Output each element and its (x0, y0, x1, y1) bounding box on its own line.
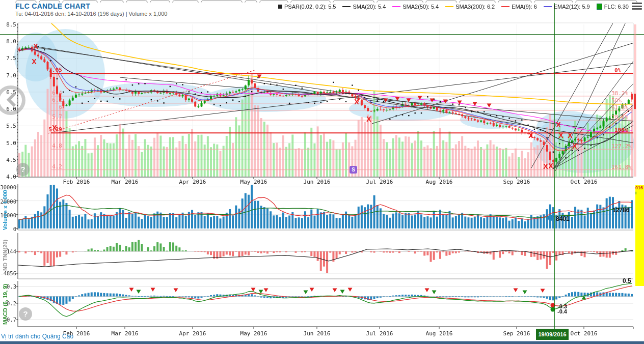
legend-square-swatch (597, 4, 602, 10)
legend-label: SMA2(50): 5.4 (403, 4, 439, 10)
month-label: Jul 2016 (366, 179, 393, 185)
month-label: Aug 2016 (426, 179, 453, 185)
signal-x-marker: X (572, 142, 577, 150)
signal-x-marker: X (366, 115, 371, 123)
legend-item[interactable]: SMA(20): 5.4 (342, 4, 386, 10)
signal-x-marker: X (548, 162, 553, 170)
chart-application: FLC CANDLE CHART Tu: 04-01-2016 den: 14-… (0, 0, 644, 344)
main-ytick: 8.0 (1, 38, 16, 45)
fib-price-label: 6 (45, 104, 62, 110)
legend-label: EMA(9): 6 (512, 4, 537, 10)
labels-layer: 8.58.07.57.06.56.05.55.04.54.03000020000… (0, 0, 644, 344)
help-icon-macd[interactable]: ? (19, 307, 32, 321)
legend-item[interactable]: EMA(9): 6 (501, 4, 537, 10)
legend-item[interactable]: EMA2(12): 5.9 (544, 4, 590, 10)
main-ytick: 4.5 (1, 157, 16, 163)
month-label-bottom: Apr 2016 (179, 330, 206, 337)
ad-banner[interactable]: 016 i (635, 185, 644, 286)
macd-axis-label: MACD (6, 19, 9) (2, 284, 8, 325)
month-label-bottom: Mar 2016 (112, 330, 139, 337)
signal-x-marker: X (52, 124, 57, 132)
legend-line-swatch (445, 6, 453, 7)
month-label: Jun 2016 (304, 179, 331, 185)
main-ytick: 4.0 (1, 174, 16, 180)
main-ytick: 8.5 (1, 21, 16, 28)
fib-price-label: 5.7 (45, 113, 62, 120)
signal-x-marker: X (354, 98, 359, 106)
macd-end-value: 0.5 (623, 277, 631, 284)
signal-x-marker: X (543, 162, 548, 170)
fib-price-label: 6.2 (45, 97, 62, 103)
signal-x-marker: X (33, 42, 38, 50)
ad-banner-text: 016 (635, 185, 644, 190)
menu-icon[interactable] (632, 3, 642, 11)
month-label: Mar 2016 (112, 179, 139, 185)
ndtnn-ytick: -4856 (0, 270, 16, 276)
event-date-label: 19/09/2016 (536, 329, 569, 340)
fib-price-label: 4.8 (45, 142, 62, 149)
main-ytick: 7.5 (1, 55, 16, 62)
signal-x-marker: X (568, 131, 572, 139)
fib-percent-label: 127.2% (611, 143, 632, 150)
ad-banner-text2: i (635, 190, 644, 195)
ad-placeholder-link[interactable]: Vị trí dành cho Quảng Cáo (1, 333, 73, 340)
month-label-bottom: Aug 2016 (426, 330, 453, 337)
fib-percent-label: 78.6% (611, 114, 628, 121)
fib-percent-label: 38.2% (611, 90, 628, 97)
legend-item[interactable]: SMA2(50): 5.4 (392, 4, 439, 10)
month-label-bottom: Sep 2016 (503, 330, 530, 337)
legend-line-swatch (342, 6, 351, 7)
fib-percent-label: 161.8% (611, 164, 632, 170)
legend-label: SMA3(200): 6.2 (455, 4, 495, 10)
legend-label: SMA(20): 5.4 (353, 4, 386, 10)
main-ytick: 5.5 (1, 123, 16, 129)
month-label: Sep 2016 (503, 179, 530, 185)
fib-percent-label: 100% (614, 127, 628, 133)
month-label-bottom: May 2016 (240, 330, 267, 337)
legend-label: FLC: 6.30 (604, 4, 629, 10)
fib-percent-label: 50% (611, 97, 622, 104)
macd-line-dot-value: -0.4 (557, 308, 567, 314)
ndtnn-axis-label: ND TNN(20) (2, 240, 8, 271)
fib-price-label: 7.05 (45, 67, 62, 73)
legend-item[interactable]: SMA3(200): 6.2 (445, 4, 495, 10)
fib-price-label: 6.4 (45, 90, 62, 96)
indicator-legend: PSAR(0.02, 0.2): 5.5SMA(20): 5.4SMA2(50)… (278, 4, 629, 10)
month-label: May 2016 (240, 179, 267, 185)
fib-percent-label: 0% (614, 67, 621, 74)
legend-label: PSAR(0.02, 0.2): 5.5 (284, 4, 336, 10)
legend-square-swatch (278, 5, 282, 9)
month-label: Apr 2016 (179, 179, 206, 185)
legend-item[interactable]: PSAR(0.02, 0.2): 5.5 (278, 4, 336, 10)
legend-line-swatch (392, 6, 400, 7)
signal-badge: S (350, 166, 357, 174)
signal-x-marker: X (558, 131, 563, 139)
volume-axis-label: Volume x 1,000 (2, 190, 8, 230)
signal-x-marker: X (32, 58, 36, 66)
legend-line-swatch (501, 6, 509, 7)
help-icon[interactable]: ? (16, 163, 30, 176)
main-ytick: 5.0 (1, 140, 16, 147)
signal-x-marker: X (528, 131, 533, 139)
signal-x-marker: X (556, 121, 560, 129)
month-label-bottom: Jun 2016 (304, 330, 331, 337)
legend-line-swatch (544, 6, 552, 7)
main-ytick: 7.0 (1, 72, 16, 79)
month-label-bottom: Jul 2016 (366, 330, 393, 337)
legend-label: EMA2(12): 5.9 (554, 4, 590, 10)
legend-item[interactable]: FLC: 6.30 (597, 4, 629, 10)
month-label: Feb 2016 (63, 179, 90, 185)
month-label: Oct 2016 (571, 179, 598, 185)
volume-last-ma-value: 12786 (612, 207, 629, 214)
bottom-bar (0, 341, 644, 344)
fib-percent-label: 61.8% (611, 104, 628, 111)
fib-price-label: 4.2 (45, 163, 62, 170)
month-label-bottom: Oct 2016 (571, 330, 598, 337)
volume-event-ma-value: 8401 (556, 215, 570, 222)
